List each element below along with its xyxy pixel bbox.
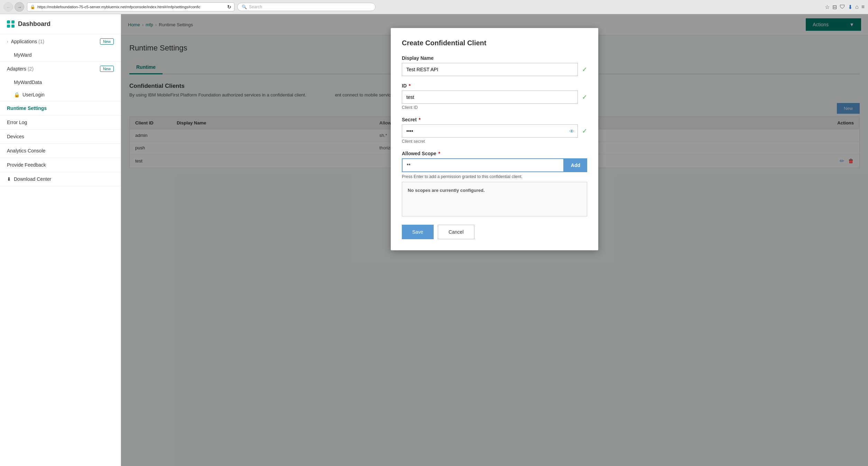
- sidebar-item-mywarddata[interactable]: MyWardData: [0, 76, 121, 88]
- sidebar-item-myward[interactable]: MyWard: [0, 49, 121, 61]
- mywarddata-label: MyWardData: [14, 80, 42, 85]
- lock-icon-userlogin: 🔒: [14, 92, 20, 97]
- sidebar-section-applications: › Applications (1) New MyWard: [0, 34, 121, 62]
- secret-row: 👁 ✓: [402, 124, 587, 138]
- id-hint: Client ID: [402, 105, 587, 110]
- runtime-settings-label: Runtime Settings: [7, 105, 47, 111]
- logo-dot-2: [11, 20, 15, 24]
- create-confidential-client-modal: Create Confidential Client Display Name …: [391, 28, 598, 250]
- allowed-scope-input[interactable]: [402, 158, 564, 172]
- sidebar-section-analytics: Analytics Console: [0, 144, 121, 158]
- url-text: https://mobilefoundation-75-c5-server.my…: [37, 5, 200, 9]
- error-log-label: Error Log: [7, 120, 27, 125]
- modal-overlay: Create Confidential Client Display Name …: [121, 14, 868, 466]
- sidebar-section-adapters: Adapters (2) New MyWardData 🔒 UserLogin: [0, 62, 121, 101]
- id-label: ID *: [402, 83, 587, 88]
- allowed-scope-label: Allowed Scope *: [402, 151, 587, 156]
- sidebar-header: Dashboard: [0, 14, 121, 34]
- sidebar-section-feedback: Provide Feedback: [0, 158, 121, 172]
- modal-buttons: Save Cancel: [402, 225, 587, 239]
- cancel-button[interactable]: Cancel: [438, 225, 474, 239]
- forward-button[interactable]: →: [15, 2, 24, 12]
- secret-check-icon: ✓: [582, 127, 587, 135]
- sidebar-section-devices: Devices: [0, 130, 121, 144]
- sidebar-item-error-log[interactable]: Error Log: [0, 115, 121, 129]
- applications-label: Applications (1): [11, 39, 45, 44]
- browser-toolbar-icons: ☆ ⊟ 🛡 ⬇ ⌂ ≡: [825, 4, 865, 10]
- save-button[interactable]: Save: [402, 225, 434, 239]
- display-name-row: ✓: [402, 63, 587, 76]
- provide-feedback-label: Provide Feedback: [7, 162, 46, 168]
- display-name-input[interactable]: [402, 63, 578, 76]
- logo-dot-4: [11, 25, 15, 28]
- adapters-label: Adapters (2): [7, 66, 34, 72]
- main-content: Home › mfp › Runtime Settings Actions ▼ …: [121, 14, 868, 466]
- scope-input-row: Add: [402, 158, 587, 172]
- allowed-scope-group: Allowed Scope * Add Press Enter to add a…: [402, 151, 587, 216]
- sidebar-section-runtime: Runtime Settings: [0, 101, 121, 115]
- sidebar-item-download-center[interactable]: ⬇ Download Center: [0, 172, 121, 186]
- download-center-label: Download Center: [14, 176, 51, 182]
- logo-dot-1: [7, 20, 10, 24]
- scope-hint: Press Enter to add a permission granted …: [402, 174, 587, 179]
- lock-icon: 🔒: [30, 4, 35, 9]
- menu-icon[interactable]: ≡: [861, 4, 865, 10]
- devices-label: Devices: [7, 134, 24, 139]
- password-wrapper: 👁: [402, 124, 578, 138]
- search-placeholder: Search: [249, 4, 262, 9]
- display-name-label: Display Name: [402, 55, 587, 61]
- sidebar-item-provide-feedback[interactable]: Provide Feedback: [0, 158, 121, 172]
- adapters-new-badge: New: [100, 66, 114, 72]
- sidebar-section-errorlog: Error Log: [0, 115, 121, 130]
- app-container: Dashboard › Applications (1) New MyWard …: [0, 14, 868, 466]
- secret-required: *: [417, 117, 421, 122]
- sidebar-item-userlogin[interactable]: 🔒 UserLogin: [0, 88, 121, 101]
- home-icon[interactable]: ⌂: [855, 4, 859, 10]
- browser-search-bar[interactable]: 🔍 Search: [237, 3, 376, 11]
- secret-hint: Client secret: [402, 139, 587, 144]
- analytics-console-label: Analytics Console: [7, 148, 45, 153]
- sidebar-item-adapters[interactable]: Adapters (2) New: [0, 62, 121, 76]
- scopes-empty-text: No scopes are currently configured.: [408, 188, 581, 193]
- search-icon: 🔍: [242, 4, 247, 9]
- download-icon-sidebar: ⬇: [7, 176, 11, 182]
- sidebar-item-runtime-settings[interactable]: Runtime Settings: [0, 101, 121, 115]
- logo-dot-3: [7, 25, 10, 28]
- back-button[interactable]: ←: [3, 2, 13, 12]
- sidebar-item-analytics-console[interactable]: Analytics Console: [0, 144, 121, 158]
- eye-icon[interactable]: 👁: [569, 128, 574, 134]
- refresh-button[interactable]: ↻: [227, 4, 231, 10]
- add-scope-button[interactable]: Add: [564, 158, 587, 172]
- id-check-icon: ✓: [582, 93, 587, 101]
- bookmark-icon[interactable]: ⊟: [832, 4, 837, 10]
- secret-input[interactable]: [402, 124, 578, 138]
- browser-chrome: ← → 🔒 https://mobilefoundation-75-c5-ser…: [0, 0, 868, 14]
- id-row: ✓: [402, 91, 587, 104]
- scopes-box: No scopes are currently configured.: [402, 182, 587, 216]
- browser-nav-buttons: ← →: [3, 2, 24, 12]
- id-required: *: [407, 83, 410, 88]
- applications-chevron: ›: [7, 39, 8, 44]
- shield-icon[interactable]: 🛡: [840, 4, 845, 10]
- sidebar-title: Dashboard: [18, 20, 50, 28]
- sidebar-section-download: ⬇ Download Center: [0, 172, 121, 186]
- modal-title: Create Confidential Client: [402, 39, 587, 47]
- userlogin-label: UserLogin: [22, 92, 45, 97]
- sidebar-logo: [7, 20, 15, 28]
- sidebar-item-devices[interactable]: Devices: [0, 130, 121, 143]
- myward-label: MyWard: [14, 52, 32, 58]
- address-bar[interactable]: 🔒 https://mobilefoundation-75-c5-server.…: [27, 2, 234, 11]
- allowed-scope-required: *: [437, 151, 440, 156]
- download-icon[interactable]: ⬇: [848, 4, 852, 10]
- id-input[interactable]: [402, 91, 578, 104]
- sidebar-item-applications[interactable]: › Applications (1) New: [0, 34, 121, 49]
- display-name-group: Display Name ✓: [402, 55, 587, 76]
- display-name-check-icon: ✓: [582, 66, 587, 73]
- secret-group: Secret * 👁 ✓ Client secret: [402, 117, 587, 144]
- star-icon[interactable]: ☆: [825, 4, 830, 10]
- applications-new-badge: New: [100, 38, 114, 45]
- sidebar: Dashboard › Applications (1) New MyWard …: [0, 14, 121, 466]
- secret-label: Secret *: [402, 117, 587, 122]
- id-group: ID * ✓ Client ID: [402, 83, 587, 110]
